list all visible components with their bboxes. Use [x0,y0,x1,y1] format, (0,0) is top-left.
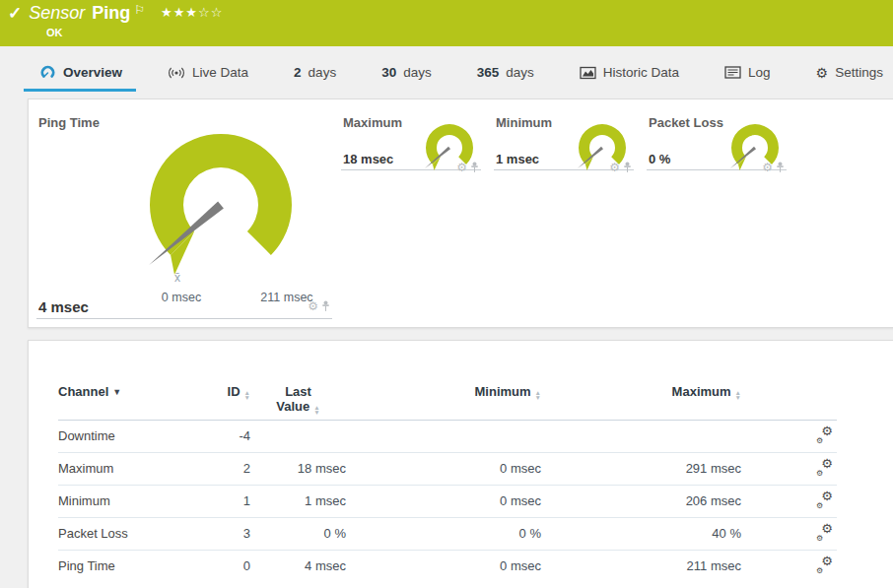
gauge-value: 0 % [649,152,670,166]
channel-minimum: 0 msec [346,550,541,582]
column-header-edit [741,370,837,420]
mini-gauge-packet-loss: Packet Loss 0 % ⚙ [647,107,787,170]
sort-icon: ▲▼ [535,390,541,400]
channel-last-value: 1 msec [250,485,346,517]
tab-number: 30 [381,65,396,80]
overview-gauges-panel: Ping Time x̄ 0 msec 211 msec 4 msec ⚙ Ma [28,98,893,328]
column-label: Value [276,399,309,414]
tab-live-data[interactable]: Live Data [168,46,248,98]
priority-stars[interactable]: ★★★☆☆ [161,5,223,20]
channel-minimum: 0 msec [346,452,541,485]
channel-maximum: 211 msec [541,550,741,582]
gauge-title: Ping Time [38,115,100,130]
channel-minimum: 0 % [346,517,541,550]
table-row-ping-time: Ping Time 0 4 msec 0 msec 211 msec ⚙⚙ [58,550,837,582]
table-row-maximum: Maximum 2 18 msec 0 msec 291 msec ⚙⚙ [58,452,837,485]
column-header-maximum[interactable]: Maximum▲▼ [541,370,741,420]
gear-icon[interactable]: ⚙ [762,163,773,172]
tab-overview[interactable]: Overview [39,46,122,98]
tab-historic-data[interactable]: Historic Data [580,46,679,98]
channel-last-value: 4 msec [250,550,346,582]
channel-id: 2 [206,452,250,485]
tab-label: Overview [63,65,122,80]
edit-channel-icon[interactable]: ⚙⚙ [816,556,833,572]
gauge-scale-min: 0 msec [142,291,221,304]
status-ok-check-icon: ✓ [8,3,22,24]
table-row-downtime: Downtime -4 ⚙⚙ [58,420,837,452]
tab-label: days [403,65,432,80]
channel-name[interactable]: Packet Loss [58,517,206,550]
log-list-icon [724,66,741,79]
tab-30-days[interactable]: 30 days [381,46,432,98]
tab-label: Historic Data [603,65,679,80]
gear-icon[interactable]: ⚙ [308,301,318,311]
column-header-channel[interactable]: Channel▼ [58,370,206,420]
tab-bar: Overview Live Data 2 days 30 days 365 da… [0,46,893,98]
tab-settings[interactable]: ⚙ Settings [816,46,883,98]
tab-number: 2 [294,65,302,80]
gauge-icon [39,65,56,80]
tab-365-days[interactable]: 365 days [477,46,534,98]
edit-channel-icon[interactable]: ⚙⚙ [816,426,833,442]
tab-log[interactable]: Log [724,46,771,98]
channel-minimum [346,420,541,452]
stars-empty[interactable]: ☆☆ [198,5,223,20]
sort-icon: ▲▼ [244,390,250,400]
channel-id: -4 [206,420,250,452]
column-label: Channel [58,384,108,399]
ping-time-gauge [142,126,300,284]
tab-2-days[interactable]: 2 days [294,46,336,98]
column-header-id[interactable]: ID▲▼ [206,370,250,420]
channel-name[interactable]: Minimum [58,485,206,517]
channel-id: 0 [206,550,250,582]
edit-channel-icon[interactable]: ⚙⚙ [816,459,833,475]
gauge-title: Packet Loss [649,115,723,130]
column-label: ID [228,384,240,399]
channel-last-value: 18 msec [250,452,346,485]
primary-gauge-block: Ping Time x̄ 0 msec 211 msec 4 msec ⚙ [36,107,332,319]
priority-flag-icon[interactable]: ⚐ [134,3,145,17]
column-label: Last [285,384,311,399]
stars-filled[interactable]: ★★★ [161,5,198,20]
mini-gauge-minimum: Minimum 1 msec ⚙ [494,107,634,170]
column-label: Minimum [475,384,531,399]
pin-icon[interactable] [776,162,785,173]
gear-icon: ⚙ [816,65,829,81]
channel-last-value [250,420,346,452]
tab-label: days [506,65,534,80]
column-label: Maximum [672,384,731,399]
channel-maximum: 40 % [541,517,741,550]
channel-id: 1 [206,485,250,517]
gear-icon[interactable]: ⚙ [456,163,467,172]
gauge-title: Minimum [496,115,552,130]
gauge-value: 18 msec [343,152,393,166]
channel-last-value: 0 % [250,517,346,550]
gauge-title: Maximum [343,115,402,130]
pin-icon[interactable] [470,162,479,173]
channel-name[interactable]: Downtime [58,420,206,452]
edit-channel-icon[interactable]: ⚙⚙ [816,491,833,507]
channel-minimum: 0 msec [346,485,541,517]
object-kind-label: Sensor [29,3,85,24]
edit-channel-icon[interactable]: ⚙⚙ [816,524,833,540]
sensor-header: ✓ Sensor Ping ⚐ ★★★☆☆ OK [0,0,893,46]
table-header-row: Channel▼ ID▲▼ Last Value▲▼ Minimum▲▼ Max… [58,370,837,420]
mini-gauge-maximum: Maximum 18 msec ⚙ [341,107,481,170]
column-header-minimum[interactable]: Minimum▲▼ [346,370,541,420]
channel-table: Channel▼ ID▲▼ Last Value▲▼ Minimum▲▼ Max… [58,370,837,582]
prtg-sensor-page: ✓ Sensor Ping ⚐ ★★★☆☆ OK Overview [0,0,893,588]
tab-number: 365 [477,65,500,80]
tab-label: days [309,65,337,80]
gear-icon[interactable]: ⚙ [609,163,620,172]
sort-icon: ▲▼ [313,405,319,415]
sensor-name: Ping [92,3,130,24]
channel-name[interactable]: Ping Time [58,550,206,582]
pin-icon[interactable] [321,300,330,312]
sensor-status-badge: OK [46,27,63,38]
channel-name[interactable]: Maximum [58,452,206,485]
sort-desc-icon: ▼ [112,387,121,397]
live-broadcast-icon [168,66,185,80]
table-row-packet-loss: Packet Loss 3 0 % 0 % 40 % ⚙⚙ [58,517,837,550]
column-header-last-value[interactable]: Last Value▲▼ [250,370,346,420]
pin-icon[interactable] [623,162,632,173]
